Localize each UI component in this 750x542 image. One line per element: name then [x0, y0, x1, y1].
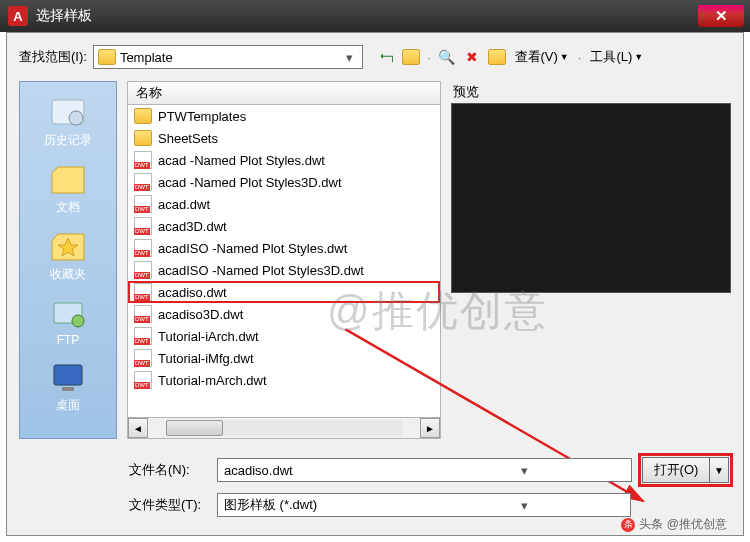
scroll-track[interactable]	[166, 420, 402, 436]
places-sidebar: 历史记录 文档 收藏夹 FTP 桌面	[19, 81, 117, 439]
delete-icon[interactable]: ✖	[463, 48, 481, 66]
middle-row: 历史记录 文档 收藏夹 FTP 桌面	[19, 81, 731, 439]
filetype-combo[interactable]: 图形样板 (*.dwt) ▾	[217, 493, 631, 517]
chevron-down-icon: ▾	[425, 463, 626, 478]
up-folder-icon[interactable]	[402, 48, 420, 66]
file-row[interactable]: acadISO -Named Plot Styles3D.dwt	[128, 259, 440, 281]
file-row[interactable]: acadiso3D.dwt	[128, 303, 440, 325]
documents-icon	[48, 161, 88, 197]
sidebar-item-label: 文档	[56, 199, 80, 216]
file-name: Tutorial-iArch.dwt	[158, 329, 259, 344]
folder-icon	[134, 108, 152, 124]
back-icon[interactable]: ⮢	[377, 48, 395, 66]
filetype-label: 文件类型(T):	[129, 496, 207, 514]
scroll-left-icon[interactable]: ◄	[128, 418, 148, 438]
desktop-icon	[48, 359, 88, 395]
scroll-thumb[interactable]	[166, 420, 223, 436]
dwt-file-icon	[134, 239, 152, 257]
ftp-icon	[48, 295, 88, 331]
file-name: acadISO -Named Plot Styles3D.dwt	[158, 263, 364, 278]
sidebar-item-favorites[interactable]: 收藏夹	[48, 224, 88, 287]
chevron-down-icon: ▾	[342, 50, 358, 65]
open-button[interactable]: 打开(O)	[642, 457, 710, 483]
sidebar-item-ftp[interactable]: FTP	[48, 291, 88, 351]
filename-value: acadiso.dwt	[224, 463, 425, 478]
file-row[interactable]: acadISO -Named Plot Styles.dwt	[128, 237, 440, 259]
file-pane: 名称 PTWTemplatesSheetSetsacad -Named Plot…	[127, 81, 441, 439]
file-row[interactable]: acad -Named Plot Styles3D.dwt	[128, 171, 440, 193]
dialog-body: 查找范围(I): Template ▾ ⮢ · 🔍 ✖ 查看(V)▼ · 工具(…	[6, 32, 744, 536]
file-row[interactable]: acad -Named Plot Styles.dwt	[128, 149, 440, 171]
column-header-name[interactable]: 名称	[127, 81, 441, 105]
filetype-value: 图形样板 (*.dwt)	[224, 496, 424, 514]
dwt-file-icon	[134, 217, 152, 235]
look-in-row: 查找范围(I): Template ▾ ⮢ · 🔍 ✖ 查看(V)▼ · 工具(…	[19, 43, 731, 71]
search-web-icon[interactable]: 🔍	[438, 48, 456, 66]
look-in-label: 查找范围(I):	[19, 48, 87, 66]
file-row[interactable]: Tutorial-mArch.dwt	[128, 369, 440, 391]
file-name: acadiso3D.dwt	[158, 307, 243, 322]
svg-point-1	[69, 111, 83, 125]
sidebar-item-label: 桌面	[56, 397, 80, 414]
favorites-icon	[48, 228, 88, 264]
file-row[interactable]: acadiso.dwt	[128, 281, 440, 303]
dwt-file-icon	[134, 151, 152, 169]
scroll-right-icon[interactable]: ►	[420, 418, 440, 438]
file-name: acad3D.dwt	[158, 219, 227, 234]
file-name: Tutorial-iMfg.dwt	[158, 351, 254, 366]
look-in-combo[interactable]: Template ▾	[93, 45, 363, 69]
dwt-file-icon	[134, 261, 152, 279]
sidebar-item-documents[interactable]: 文档	[48, 157, 88, 220]
file-name: SheetSets	[158, 131, 218, 146]
app-icon: A	[8, 6, 28, 26]
dwt-file-icon	[134, 371, 152, 389]
preview-label: 预览	[451, 81, 731, 103]
dwt-file-icon	[134, 327, 152, 345]
view-menu[interactable]: 查看(V)▼	[513, 48, 571, 66]
look-in-value: Template	[120, 50, 338, 65]
preview-box	[451, 103, 731, 293]
bottom-row: 文件名(N): acadiso.dwt ▾ 打开(O) ▼ 文件类型(T): 图…	[129, 457, 729, 517]
tools-menu[interactable]: 工具(L)▼	[588, 48, 645, 66]
sidebar-item-label: FTP	[57, 333, 80, 347]
sidebar-item-label: 历史记录	[44, 132, 92, 149]
file-row[interactable]: acad.dwt	[128, 193, 440, 215]
separator: ·	[578, 50, 582, 65]
toolbar: ⮢ · 🔍 ✖ 查看(V)▼ · 工具(L)▼	[377, 48, 645, 66]
file-name: acad -Named Plot Styles.dwt	[158, 153, 325, 168]
file-name: acad -Named Plot Styles3D.dwt	[158, 175, 342, 190]
dwt-file-icon	[134, 349, 152, 367]
file-list[interactable]: PTWTemplatesSheetSetsacad -Named Plot St…	[127, 105, 441, 418]
file-row[interactable]: Tutorial-iArch.dwt	[128, 325, 440, 347]
file-row[interactable]: acad3D.dwt	[128, 215, 440, 237]
filename-input[interactable]: acadiso.dwt ▾	[217, 458, 632, 482]
preview-pane: 预览	[451, 81, 731, 439]
filename-label: 文件名(N):	[129, 461, 207, 479]
credit: 条头条 @推优创意	[621, 516, 727, 533]
dwt-file-icon	[134, 195, 152, 213]
svg-point-4	[72, 315, 84, 327]
chevron-down-icon: ▾	[424, 498, 624, 513]
dwt-file-icon	[134, 173, 152, 191]
new-folder-icon[interactable]	[488, 48, 506, 66]
svg-rect-5	[54, 365, 82, 385]
open-dropdown-button[interactable]: ▼	[710, 457, 729, 483]
file-name: PTWTemplates	[158, 109, 246, 124]
file-name: acadISO -Named Plot Styles.dwt	[158, 241, 347, 256]
file-row[interactable]: SheetSets	[128, 127, 440, 149]
folder-icon	[98, 49, 116, 65]
dwt-file-icon	[134, 305, 152, 323]
file-name: acadiso.dwt	[158, 285, 227, 300]
titlebar: A 选择样板 ✕	[0, 0, 750, 32]
file-row[interactable]: Tutorial-iMfg.dwt	[128, 347, 440, 369]
sidebar-item-label: 收藏夹	[50, 266, 86, 283]
dwt-file-icon	[134, 283, 152, 301]
horizontal-scrollbar[interactable]: ◄ ►	[127, 418, 441, 439]
sidebar-item-history[interactable]: 历史记录	[44, 90, 92, 153]
window-title: 选择样板	[36, 7, 698, 25]
history-icon	[48, 94, 88, 130]
sidebar-item-desktop[interactable]: 桌面	[48, 355, 88, 418]
close-button[interactable]: ✕	[698, 5, 744, 27]
file-row[interactable]: PTWTemplates	[128, 105, 440, 127]
file-name: acad.dwt	[158, 197, 210, 212]
